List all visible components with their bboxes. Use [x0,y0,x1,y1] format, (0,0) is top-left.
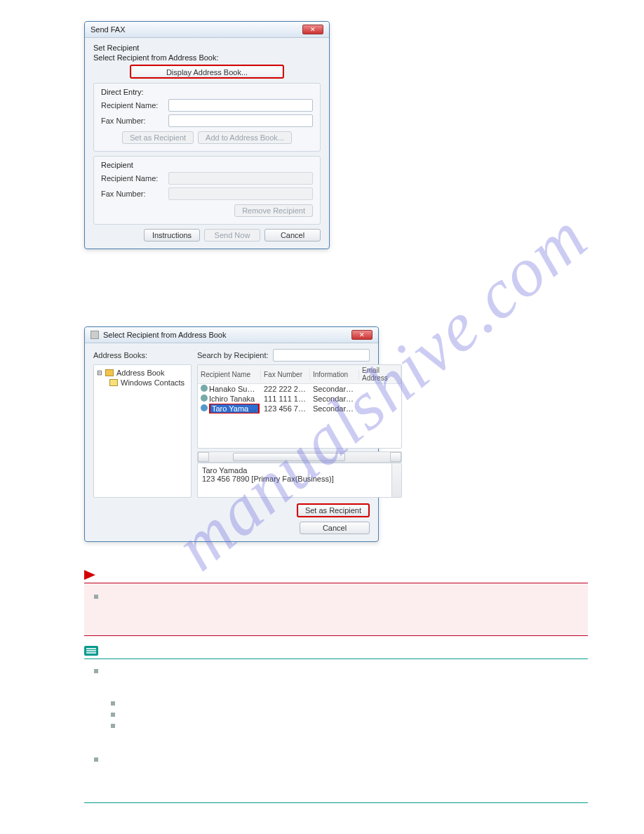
search-label: Search by Recipient: [197,351,269,359]
recipient-preview: Taro Yamada 123 456 7890 [Primary Fax(Bu… [197,463,402,498]
fax-number-input[interactable] [168,114,313,127]
address-books-label: Address Books: [93,351,192,359]
note-strip [84,658,588,803]
close-icon[interactable]: ✕ [351,330,373,340]
send-fax-dialog: Send FAX ✕ Set Recipient Select Recipien… [84,21,330,249]
set-as-recipient-button[interactable]: Set as Recipient [122,131,194,144]
cancel-button[interactable]: Cancel [300,522,370,534]
preview-name: Taro Yamada [202,466,397,475]
cancel-button[interactable]: Cancel [264,229,321,241]
recipient-name-label-2: Recipient Name: [101,174,164,183]
remove-recipient-button[interactable]: Remove Recipient [234,204,313,217]
important-note-strip [84,583,588,636]
direct-entry-label: Direct Entry: [101,88,313,96]
set-recipient-label: Set Recipient [93,44,321,52]
list-header: Recipient Name Fax Number Information Em… [198,365,401,384]
add-to-address-book-button[interactable]: Add to Address Book... [198,131,292,144]
titlebar: Send FAX ✕ [85,22,329,38]
bullet-icon [111,701,115,706]
fax-number-label-2: Fax Number: [101,190,164,198]
vertical-scrollbar[interactable] [391,463,401,497]
bullet-icon [94,757,98,762]
tree-root[interactable]: ⊟ Address Book [97,368,188,378]
col-name[interactable]: Recipient Name [198,369,261,380]
list-row[interactable]: Hanako Susuki 222 222 2222 Secondary(... [198,384,401,394]
titlebar: Select Recipient from Address Book ✕ [85,327,378,343]
bullet-icon [111,724,115,728]
important-flag-icon [84,570,95,580]
select-from-ab-label: Select Recipient from Address Book: [93,53,321,62]
set-as-recipient-button[interactable]: Set as Recipient [297,503,370,517]
send-now-button[interactable]: Send Now [204,229,260,241]
person-icon [201,385,208,392]
book-icon [105,369,114,376]
col-fax[interactable]: Fax Number [261,369,310,380]
selected-recipient[interactable]: Taro Yamada [209,404,260,413]
bullet-icon [111,713,115,717]
close-icon[interactable]: ✕ [302,25,323,34]
tree-child[interactable]: Windows Contacts [97,378,188,388]
select-recipient-dialog: Select Recipient from Address Book ✕ Add… [84,326,379,542]
person-icon [201,404,208,411]
horizontal-scrollbar[interactable] [197,451,402,463]
bullet-icon [94,669,98,673]
bullet-icon [94,595,98,599]
recipient-group: Recipient Recipient Name: Fax Number: Re… [93,156,321,225]
list-row[interactable]: Taro Yamada 123 456 7890 Secondary(... [198,404,401,413]
fax-number-label: Fax Number: [101,117,164,125]
col-info[interactable]: Information [310,369,359,380]
instructions-button[interactable]: Instructions [144,229,200,241]
recipient-list[interactable]: Recipient Name Fax Number Information Em… [197,364,402,449]
app-icon [90,331,99,339]
note-book-icon [84,646,98,656]
search-input[interactable] [273,349,370,362]
recipient-name-input[interactable] [168,99,313,112]
recipient-group-label: Recipient [101,161,313,169]
direct-entry-group: Direct Entry: Recipient Name: Fax Number… [93,83,321,152]
preview-fax: 123 456 7890 [Primary Fax(Business)] [202,475,397,483]
col-email[interactable]: Email Address [359,365,401,383]
fax-number-readonly [168,187,313,200]
recipient-name-label: Recipient Name: [101,101,164,110]
folder-icon [109,379,118,386]
recipient-name-readonly [168,172,313,185]
window-title: Send FAX [90,25,126,34]
person-icon [201,395,208,402]
display-address-book-button[interactable]: Display Address Book... [130,65,284,79]
window-title: Select Recipient from Address Book [103,331,226,339]
address-book-tree[interactable]: ⊟ Address Book Windows Contacts [93,364,192,498]
list-row[interactable]: Ichiro Tanaka 111 111 1111 Secondary(... [198,394,401,404]
